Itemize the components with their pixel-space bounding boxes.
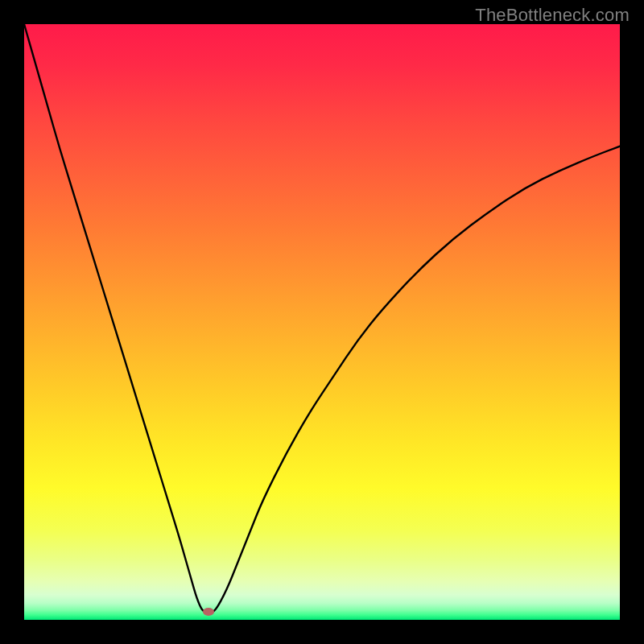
chart-frame: TheBottleneck.com [0,0,644,644]
bottleneck-curve [24,24,620,620]
optimal-point-marker [203,608,214,616]
watermark-label: TheBottleneck.com [475,5,630,26]
plot-area [24,24,620,620]
